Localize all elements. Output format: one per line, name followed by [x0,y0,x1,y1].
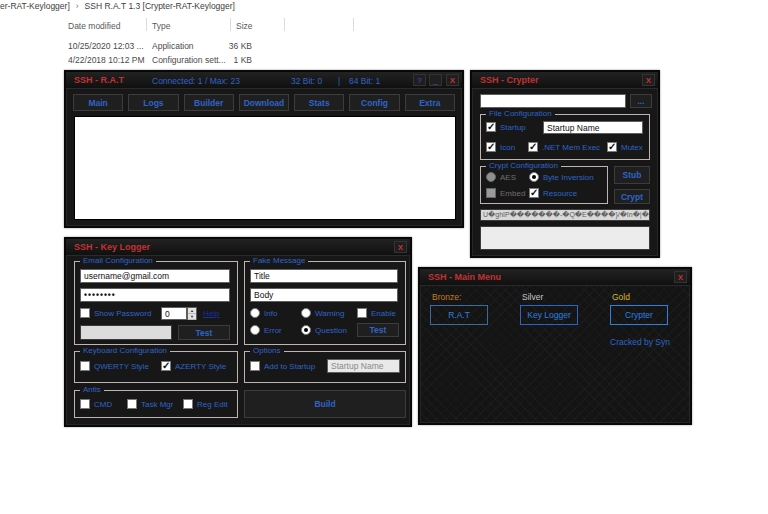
close-button[interactable]: X [674,271,687,283]
tab-logs[interactable]: Logs [128,94,178,111]
crypt-configuration-group: Crypt Configuration AES Byte Inversion E… [480,166,608,204]
info-label: Info [264,309,277,318]
email-test-button[interactable]: Test [178,325,230,340]
mutex-label: Mutex [621,143,643,152]
crypter-log-box [480,226,650,250]
embed-label: Embed [500,189,525,198]
fake-message-test-button[interactable]: Test [357,323,399,337]
question-radio[interactable] [301,325,311,335]
tab-main[interactable]: Main [73,94,123,111]
rat-window-title: SSH - R.A.T [74,75,124,85]
antis-label: Antis [80,385,104,394]
tab-stats[interactable]: Stats [294,94,344,111]
column-divider [284,18,285,31]
keylogger-window-title: SSH - Key Logger [74,242,150,252]
rat-client-listview[interactable] [74,116,456,220]
show-password-label: Show Password [94,309,151,318]
stepper-down-icon[interactable]: ▼ [188,314,196,320]
file-type: Application [152,41,194,51]
window-ssh-keylogger: SSH - Key Logger X Email Configuration S… [64,237,412,427]
keylogger-startup-name-input[interactable] [327,359,400,373]
tab-download[interactable]: Download [239,94,289,111]
warning-radio[interactable] [301,308,311,318]
question-label: Question [315,326,347,335]
startup-checkbox[interactable] [486,122,496,132]
warning-label: Warning [315,309,345,318]
anti-regedit-label: Reg Edit [197,400,228,409]
net-mem-exec-label: .NET Mem Exec [542,143,600,152]
keyboard-configuration-group: Keyboard Configuration QWERTY Style AZER… [74,351,238,383]
close-button[interactable]: X [446,74,459,86]
breadcrumb[interactable]: er-RAT-Keylogger]›SSH R.A.T 1.3 [Crypter… [0,1,235,11]
mutex-checkbox[interactable] [607,142,617,152]
fake-body-input[interactable] [250,288,398,302]
byte-inversion-radio[interactable] [529,172,539,182]
rat-64bit-count: 64 Bit: 1 [349,76,380,86]
byte-inversion-label: Byte Inversion [543,173,594,182]
anti-taskmgr-checkbox[interactable] [127,399,137,409]
interval-input[interactable] [161,307,187,320]
show-password-checkbox[interactable] [80,308,90,318]
build-button[interactable]: Build [244,390,406,418]
enable-checkbox[interactable] [357,308,367,318]
rat-titlebar[interactable]: SSH - R.A.T Connected: 1 / Max: 23 32 Bi… [66,72,462,89]
window-ssh-main-menu: SSH - Main Menu X Bronze: Silver Gold R.… [418,267,692,425]
keylogger-launch-button[interactable]: Key Logger [520,305,578,325]
options-label: Options [250,346,284,355]
anti-regedit-checkbox[interactable] [183,399,193,409]
crypter-stub-preview: U�ghIP�������-�Q�E����}/�In�|� [480,209,650,221]
crypter-startup-name-input[interactable] [543,121,643,134]
startup-label: Startup [500,123,526,132]
column-header-size[interactable]: Size [236,21,253,31]
file-date: 4/22/2018 10:12 PM [68,55,145,65]
qwerty-checkbox[interactable] [80,361,90,371]
column-divider [146,18,147,31]
email-configuration-group: Email Configuration Show Password ▲▼ Hel… [74,261,238,345]
interval-stepper[interactable]: ▲▼ [187,307,197,320]
column-header-type[interactable]: Type [152,21,170,31]
tab-builder[interactable]: Builder [184,94,234,111]
fake-title-input[interactable] [250,269,398,283]
embed-checkbox[interactable] [486,188,496,198]
close-button[interactable]: X [394,241,407,253]
crypter-launch-button[interactable]: Crypter [610,305,668,325]
file-configuration-group: File Configuration Startup Icon .NET Mem… [480,114,650,160]
file-configuration-label: File Configuration [486,109,555,118]
crypt-button[interactable]: Crypt [614,189,650,204]
stub-button[interactable]: Stub [614,166,650,184]
keylogger-titlebar[interactable]: SSH - Key Logger X [66,239,410,256]
aes-radio[interactable] [486,172,496,182]
tab-config[interactable]: Config [349,94,399,111]
password-input[interactable] [80,288,230,302]
crypter-window-title: SSH - Crypter [480,75,539,85]
error-radio[interactable] [250,325,260,335]
icon-checkbox[interactable] [486,142,496,152]
rat-tab-bar: Main Logs Builder Download Stats Config … [73,94,455,111]
column-header-date-modified[interactable]: Date modified [68,21,120,31]
resource-checkbox[interactable] [529,188,539,198]
azerty-checkbox[interactable] [161,361,171,371]
mainmenu-titlebar[interactable]: SSH - Main Menu X [420,269,690,286]
breadcrumb-prefix[interactable]: er-RAT-Keylogger] [0,1,70,11]
minimize-button[interactable]: _ [429,74,442,86]
anti-cmd-checkbox[interactable] [80,399,90,409]
net-mem-exec-checkbox[interactable] [528,142,538,152]
column-divider [230,18,231,31]
info-radio[interactable] [250,308,260,318]
add-to-startup-checkbox[interactable] [250,361,260,371]
close-button[interactable]: X [642,74,655,86]
breadcrumb-current[interactable]: SSH R.A.T 1.3 [Crypter-RAT-Keylogger] [85,1,235,11]
qwerty-label: QWERTY Style [94,362,149,371]
mainmenu-window-title: SSH - Main Menu [428,272,501,282]
help-button[interactable]: ? [413,74,426,86]
crypter-file-path-input[interactable] [480,94,626,108]
window-ssh-crypter: SSH - Crypter X ... File Configuration S… [470,70,660,258]
icon-label: Icon [500,143,515,152]
crypter-titlebar[interactable]: SSH - Crypter X [472,72,658,89]
email-input[interactable] [80,269,230,283]
browse-button[interactable]: ... [630,94,652,108]
help-link[interactable]: Help [203,309,219,318]
tab-extra[interactable]: Extra [405,94,455,111]
bronze-tier-label: Bronze: [432,292,461,302]
rat-launch-button[interactable]: R.A.T [430,305,488,325]
